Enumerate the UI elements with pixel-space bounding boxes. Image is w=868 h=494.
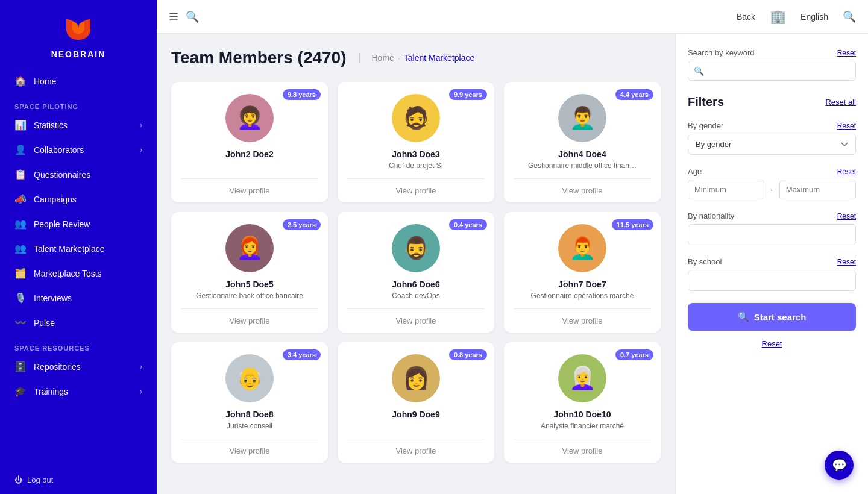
member-name: John10 Doe10 bbox=[514, 410, 651, 419]
member-card: 0.8 years 👩 John9 Doe9 View profile bbox=[338, 342, 494, 463]
building-icon[interactable]: 🏢 bbox=[770, 9, 786, 25]
member-years-badge: 0.4 years bbox=[449, 219, 487, 230]
member-name: John8 Doe8 bbox=[181, 410, 318, 419]
member-role: Juriste conseil bbox=[181, 422, 318, 431]
view-profile-button[interactable]: View profile bbox=[514, 308, 651, 333]
sidebar-item-questionnaires[interactable]: 📋 Questionnaires bbox=[0, 162, 157, 187]
view-profile-button[interactable]: View profile bbox=[514, 439, 651, 463]
age-dash: - bbox=[770, 185, 773, 195]
start-search-button[interactable]: 🔍 Start search bbox=[688, 303, 856, 331]
sidebar-item-interviews[interactable]: 🎙️ Interviews bbox=[0, 286, 157, 310]
sidebar-item-campaigns[interactable]: 📣 Campaigns bbox=[0, 187, 157, 211]
start-search-icon: 🔍 bbox=[738, 311, 749, 322]
member-card: 11.5 years 👨‍🦰 John7 Doe7 Gestionnaire o… bbox=[504, 212, 661, 333]
nationality-filter-reset[interactable]: Reset bbox=[837, 212, 856, 220]
repositories-arrow-icon: › bbox=[140, 363, 142, 371]
gender-filter-label: By gender bbox=[688, 121, 723, 130]
member-years-badge: 4.4 years bbox=[615, 89, 653, 100]
view-profile-button[interactable]: View profile bbox=[181, 439, 318, 463]
age-filter-label: Age bbox=[688, 167, 702, 176]
member-years-badge: 11.5 years bbox=[612, 219, 653, 230]
sidebar-item-pulse[interactable]: 〰️ Pulse bbox=[0, 310, 157, 335]
language-selector[interactable]: English bbox=[800, 12, 828, 22]
logout-button[interactable]: ⏻ Log out bbox=[0, 466, 157, 494]
sidebar-item-collaborators[interactable]: 👤 Collaborators › bbox=[0, 137, 157, 162]
member-years-badge: 0.7 years bbox=[615, 349, 653, 360]
keyword-search-group: Search by keyword Reset 🔍 bbox=[688, 48, 856, 81]
member-name: John5 Doe5 bbox=[181, 280, 318, 289]
breadcrumb-separator: · bbox=[398, 53, 400, 63]
collaborators-arrow-icon: › bbox=[140, 146, 142, 154]
sidebar-item-talent-marketplace[interactable]: 👥 Talent Marketplace bbox=[0, 236, 157, 261]
member-avatar: 👩‍🦰 bbox=[225, 224, 274, 272]
member-role: Coach devOps bbox=[347, 292, 485, 301]
member-years-badge: 0.8 years bbox=[449, 349, 487, 360]
view-profile-button[interactable]: View profile bbox=[181, 308, 318, 333]
space-piloting-label: SPACE PILOTING bbox=[0, 93, 157, 113]
start-search-label: Start search bbox=[754, 312, 807, 322]
questionnaires-icon: 📋 bbox=[14, 169, 27, 180]
keyword-search-input[interactable] bbox=[688, 61, 856, 81]
collaborators-icon: 👤 bbox=[14, 144, 27, 155]
age-filter-reset[interactable]: Reset bbox=[837, 167, 856, 176]
topbar-search-icon[interactable]: 🔍 bbox=[186, 10, 199, 23]
filters-header: Filters Reset all bbox=[688, 95, 856, 109]
view-profile-button[interactable]: View profile bbox=[347, 439, 485, 463]
hamburger-menu-icon[interactable]: ☰ bbox=[169, 10, 178, 23]
member-role: Gestionnaire middle office finan… bbox=[514, 161, 651, 171]
member-role: Analyste financier marché bbox=[514, 422, 651, 431]
keyword-search-icon: 🔍 bbox=[694, 66, 704, 76]
sidebar-nav-item-home[interactable]: 🏠 Home bbox=[0, 69, 157, 93]
nationality-filter-input[interactable] bbox=[688, 224, 856, 245]
sidebar-item-trainings[interactable]: 🎓 Trainings › bbox=[0, 379, 157, 404]
home-icon: 🏠 bbox=[14, 75, 27, 87]
view-profile-button[interactable]: View profile bbox=[514, 178, 651, 202]
view-profile-button[interactable]: View profile bbox=[181, 178, 318, 202]
age-min-input[interactable] bbox=[688, 180, 764, 199]
member-name: John7 Doe7 bbox=[514, 280, 651, 289]
marketplace-tests-icon: 🗂️ bbox=[14, 267, 27, 279]
member-years-badge: 9.9 years bbox=[449, 89, 487, 100]
member-card: 9.8 years 👩‍🦱 John2 Doe2 View profile bbox=[171, 82, 328, 202]
space-resources-label: SPACE RESOURCES bbox=[0, 335, 157, 354]
view-profile-button[interactable]: View profile bbox=[347, 308, 485, 333]
back-button[interactable]: Back bbox=[737, 12, 755, 22]
trainings-icon: 🎓 bbox=[14, 386, 27, 397]
school-filter-label: By school bbox=[688, 257, 722, 266]
global-search-icon[interactable]: 🔍 bbox=[843, 10, 856, 23]
sidebar-item-statistics[interactable]: 📊 Statistics › bbox=[0, 113, 157, 137]
member-card: 0.7 years 👩‍🦳 John10 Doe10 Analyste fina… bbox=[504, 342, 661, 463]
right-sidebar: Search by keyword Reset 🔍 Filters Reset … bbox=[675, 34, 868, 494]
view-profile-button[interactable]: View profile bbox=[347, 178, 485, 202]
member-card: 4.4 years 👨‍🦱 John4 Doe4 Gestionnaire mi… bbox=[504, 82, 661, 202]
reset-all-button[interactable]: Reset all bbox=[825, 98, 856, 107]
member-card: 9.9 years 🧔 John3 Doe3 Chef de projet SI… bbox=[338, 82, 494, 202]
member-avatar: 👨‍🦱 bbox=[558, 94, 606, 142]
member-years-badge: 9.8 years bbox=[283, 89, 321, 100]
bottom-reset-button[interactable]: Reset bbox=[762, 339, 782, 348]
filters-title: Filters bbox=[688, 95, 724, 109]
sidebar-item-people-review[interactable]: 👥 People Review bbox=[0, 211, 157, 236]
member-years-badge: 2.5 years bbox=[283, 219, 321, 230]
member-name: John9 Doe9 bbox=[347, 410, 485, 419]
age-max-input[interactable] bbox=[779, 180, 856, 199]
keyword-search-reset[interactable]: Reset bbox=[837, 49, 856, 57]
member-avatar: 👴 bbox=[225, 354, 274, 402]
member-role: Chef de projet SI bbox=[347, 161, 485, 171]
app-name: NEOBRAIN bbox=[51, 49, 106, 59]
breadcrumb: Home · Talent Marketplace bbox=[359, 53, 475, 63]
logo-area: NEOBRAIN bbox=[0, 0, 157, 69]
chat-fab-button[interactable]: 💬 bbox=[825, 451, 854, 480]
member-avatar: 👩‍🦳 bbox=[558, 354, 606, 402]
gender-filter-reset[interactable]: Reset bbox=[837, 122, 856, 130]
logout-icon: ⏻ bbox=[14, 475, 22, 484]
gender-filter-select[interactable]: By gender bbox=[688, 134, 856, 155]
sidebar-item-marketplace-tests[interactable]: 🗂️ Marketplace Tests bbox=[0, 261, 157, 286]
members-grid: 9.8 years 👩‍🦱 John2 Doe2 View profile 9.… bbox=[171, 82, 661, 477]
main-area: ☰ 🔍 Back 🏢 English 🔍 Team Members (2470)… bbox=[157, 0, 868, 494]
school-filter-reset[interactable]: Reset bbox=[837, 258, 856, 266]
member-years-badge: 3.4 years bbox=[283, 349, 321, 360]
member-name: John6 Doe6 bbox=[347, 280, 485, 289]
sidebar-item-repositories[interactable]: 🗄️ Repositories › bbox=[0, 354, 157, 379]
school-filter-input[interactable] bbox=[688, 270, 856, 291]
